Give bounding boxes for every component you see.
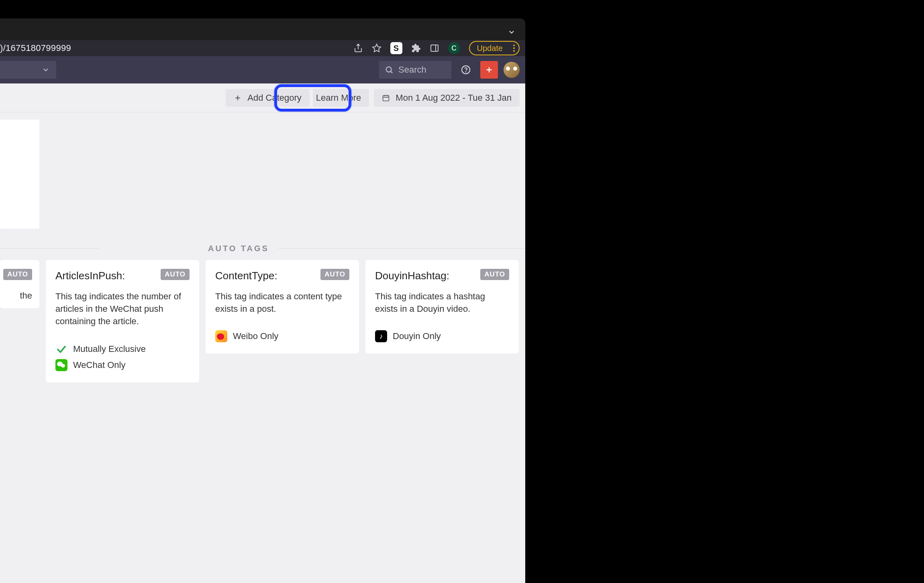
douyin-icon: ♪ (375, 330, 387, 342)
learn-more-button[interactable]: Learn More (313, 89, 369, 107)
card-desc: This tag indicates a hashtag exists in a… (375, 290, 509, 315)
add-category-button[interactable]: Add Category (226, 89, 310, 107)
: AUTO (3, 269, 32, 280)
update-label: Update (477, 44, 503, 53)
meta-label: WeChat Only (73, 360, 125, 370)
meta-label: Douyin Only (393, 331, 441, 341)
svg-rect-12 (383, 95, 389, 101)
svg-point-4 (386, 67, 392, 72)
tab-chevron-icon[interactable] (508, 28, 516, 36)
weibo-icon (215, 330, 227, 342)
auto-badge: AUTO (320, 269, 349, 280)
card-desc-fragment: the (0, 290, 32, 301)
app-body: Add Category Learn More Mon 1 Aug 2022 -… (0, 83, 525, 583)
chevron-down-icon (42, 66, 50, 74)
meta-label: Mutually Exclusive (73, 344, 146, 354)
plus-icon (234, 94, 242, 102)
card-meta-wechat-only: WeChat Only (55, 359, 190, 371)
kebab-icon (513, 45, 515, 52)
learn-more-label: Learn More (316, 93, 361, 103)
auto-tags-section-label: AUTO TAGS (199, 244, 278, 253)
toolbar: Add Category Learn More Mon 1 Aug 2022 -… (0, 83, 525, 112)
plus-icon (485, 65, 494, 74)
card-meta-douyin-only: ♪ Douyin Only (375, 330, 509, 342)
svg-marker-1 (373, 44, 381, 52)
svg-line-5 (391, 71, 392, 73)
star-icon[interactable] (372, 43, 381, 53)
avatar[interactable] (504, 62, 520, 78)
svg-rect-2 (431, 45, 438, 51)
search-input[interactable]: Search (379, 61, 451, 79)
check-icon (55, 343, 67, 355)
card-douyin-hashtag[interactable]: AUTO DouyinHashtag: This tag indicates a… (365, 260, 519, 353)
wechat-icon (55, 359, 67, 371)
update-button[interactable]: Update (469, 41, 520, 55)
panel-icon[interactable] (430, 43, 439, 53)
auto-badge: AUTO (480, 269, 509, 280)
help-button[interactable] (457, 61, 475, 79)
share-icon[interactable] (353, 43, 363, 53)
card-meta-weibo-only: Weibo Only (215, 330, 349, 342)
search-icon (385, 65, 394, 74)
section-divider: AUTO TAGS (0, 242, 525, 254)
date-range-label: Mon 1 Aug 2022 - Tue 31 Jan (396, 93, 512, 103)
header-dropdown[interactable] (0, 61, 56, 79)
extensions-icon[interactable] (411, 43, 421, 53)
cards-row: AUTO the AUTO ArticlesInPush: This tag i… (0, 260, 520, 382)
svg-point-7 (466, 72, 466, 72)
card-desc: This tag indicates a content type exists… (215, 290, 349, 315)
card-meta-mutually-exclusive: Mutually Exclusive (55, 343, 190, 355)
card-partial-left[interactable]: AUTO the (0, 260, 39, 308)
meta-label: Weibo Only (233, 331, 278, 341)
address-bar: )/1675180799999 S C Update (0, 40, 525, 56)
add-button[interactable] (480, 61, 498, 79)
extension-s-icon[interactable]: S (390, 42, 402, 54)
app-header: Search (0, 56, 525, 83)
card-desc: This tag indicates the number of article… (55, 290, 190, 328)
browser-window: )/1675180799999 S C Update (0, 18, 525, 583)
search-placeholder: Search (398, 65, 426, 75)
card-partial-top (0, 120, 39, 229)
help-icon (461, 65, 471, 75)
url-fragment: )/1675180799999 (0, 43, 71, 53)
date-range-button[interactable]: Mon 1 Aug 2022 - Tue 31 Jan (374, 89, 520, 107)
auto-badge: AUTO (161, 269, 190, 280)
add-category-label: Add Category (247, 93, 302, 103)
card-articles-in-push[interactable]: AUTO ArticlesInPush: This tag indicates … (46, 260, 199, 382)
card-content-type[interactable]: AUTO ContentType: This tag indicates a c… (206, 260, 359, 353)
profile-c-icon[interactable]: C (448, 42, 460, 54)
calendar-icon (382, 94, 390, 102)
